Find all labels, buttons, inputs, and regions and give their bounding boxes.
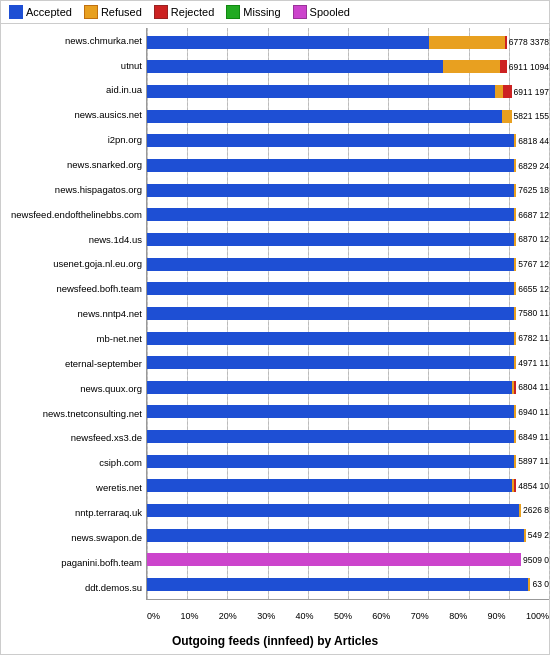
bar-segment-refused — [514, 184, 516, 197]
bars-wrapper: 6778 33786911 10946911 1975821 1556818 4… — [147, 28, 549, 599]
chart-container: AcceptedRefusedRejectedMissingSpooled ne… — [0, 0, 550, 655]
chart-area: news.chmurka.netutnutaid.in.uanews.ausic… — [1, 24, 549, 630]
bar-row: 549 2 — [147, 528, 549, 542]
bar-segment-accepted — [147, 85, 495, 98]
bar-segment-refused — [514, 134, 516, 147]
y-label: news.ausics.net — [1, 110, 142, 120]
x-axis-label: 80% — [449, 611, 467, 621]
y-label: newsfeed.endofthelinebbs.com — [1, 210, 142, 220]
y-label: paganini.bofh.team — [1, 558, 142, 568]
bar-segment-refused — [514, 208, 516, 221]
bar-segment-refused — [528, 578, 530, 591]
bar-segment-accepted — [147, 282, 514, 295]
y-label: weretis.net — [1, 483, 142, 493]
bar-segment-accepted — [147, 159, 514, 172]
legend-color-box — [226, 5, 240, 19]
bar-row: 6849 11 — [147, 430, 549, 444]
bar-value-label: 5821 155 — [514, 111, 549, 121]
bar-row: 6911 1094 — [147, 60, 549, 74]
bar-row: 2626 8 — [147, 503, 549, 517]
bar-row: 6778 3378 — [147, 35, 549, 49]
bar-value-label: 549 2 — [528, 530, 549, 540]
bar-row: 7625 18 — [147, 183, 549, 197]
y-label: eternal-september — [1, 359, 142, 369]
legend-item-refused: Refused — [84, 5, 142, 19]
bar-value-label: 7580 11 — [518, 308, 549, 318]
bar-segment-rejected — [505, 36, 507, 49]
bars-area: 6778 33786911 10946911 1975821 1556818 4… — [146, 28, 549, 600]
x-axis-label: 60% — [372, 611, 390, 621]
bar-row: 7580 11 — [147, 306, 549, 320]
bar-segment-refused — [514, 356, 516, 369]
bar-value-label: 6829 24 — [518, 161, 549, 171]
bar-row: 5897 11 — [147, 454, 549, 468]
bar-segment-accepted — [147, 36, 429, 49]
bar-segment-refused — [514, 307, 516, 320]
bar-row: 6804 11 — [147, 380, 549, 394]
legend-label: Spooled — [310, 6, 350, 18]
x-axis-label: 10% — [180, 611, 198, 621]
x-axis-label: 90% — [488, 611, 506, 621]
bar-segment-accepted — [147, 504, 519, 517]
bar-segment-refused — [514, 455, 516, 468]
bar-segment-refused — [514, 430, 516, 443]
y-label: news.1d4.us — [1, 235, 142, 245]
bar-segment-accepted — [147, 405, 514, 418]
bar-segment-refused — [495, 85, 503, 98]
bar-value-label: 6778 3378 — [509, 37, 549, 47]
bar-value-label: 7625 18 — [518, 185, 549, 195]
bar-value-label: 6655 12 — [518, 284, 549, 294]
x-axis-label: 30% — [257, 611, 275, 621]
bar-row: 6687 12 — [147, 208, 549, 222]
bar-value-label: 6818 44 — [518, 136, 549, 146]
bar-segment-accepted — [147, 134, 514, 147]
legend-item-missing: Missing — [226, 5, 280, 19]
bar-row: 6911 197 — [147, 85, 549, 99]
bar-segment-refused — [514, 159, 516, 172]
legend-color-box — [84, 5, 98, 19]
bar-value-label: 6782 11 — [518, 333, 549, 343]
legend-color-box — [9, 5, 23, 19]
bar-value-label: 6940 11 — [518, 407, 549, 417]
bar-row: 6870 12 — [147, 232, 549, 246]
bar-segment-refused — [502, 110, 511, 123]
y-label: news.snarked.org — [1, 160, 142, 170]
bar-segment-accepted — [147, 332, 514, 345]
bar-row: 9509 0 — [147, 553, 549, 567]
x-axis-labels: 0%10%20%30%40%50%60%70%80%90%100% — [147, 611, 549, 621]
y-label: news.swapon.de — [1, 533, 142, 543]
bar-segment-rejected — [503, 85, 511, 98]
legend-label: Rejected — [171, 6, 214, 18]
bar-segment-accepted — [147, 455, 514, 468]
bar-row: 4971 11 — [147, 356, 549, 370]
bar-segment-refused — [429, 36, 504, 49]
y-label: news.chmurka.net — [1, 36, 142, 46]
bar-row: 6818 44 — [147, 134, 549, 148]
bar-segment-accepted — [147, 430, 514, 443]
bar-value-label: 6804 11 — [518, 382, 549, 392]
bar-segment-rejected — [500, 60, 506, 73]
y-label: news.tnetconsulting.net — [1, 409, 142, 419]
bar-segment-refused — [514, 233, 516, 246]
bar-row: 63 0 — [147, 577, 549, 591]
bar-value-label: 63 0 — [532, 579, 549, 589]
bar-segment-accepted — [147, 356, 514, 369]
bar-segment-accepted — [147, 578, 528, 591]
y-label: newsfeed.xs3.de — [1, 433, 142, 443]
bar-value-label: 6870 12 — [518, 234, 549, 244]
legend-label: Accepted — [26, 6, 72, 18]
bar-row: 5767 12 — [147, 257, 549, 271]
legend-label: Refused — [101, 6, 142, 18]
y-label: i2pn.org — [1, 135, 142, 145]
bar-segment-refused — [519, 504, 521, 517]
bar-segment-refused — [514, 405, 516, 418]
bar-value-label: 5897 11 — [518, 456, 549, 466]
legend-label: Missing — [243, 6, 280, 18]
legend-item-spooled: Spooled — [293, 5, 350, 19]
bar-segment-refused — [514, 282, 516, 295]
bar-segment-accepted — [147, 529, 524, 542]
bar-value-label: 2626 8 — [523, 505, 549, 515]
y-label: usenet.goja.nl.eu.org — [1, 259, 142, 269]
bar-segment-refused — [443, 60, 501, 73]
y-label: csiph.com — [1, 458, 142, 468]
